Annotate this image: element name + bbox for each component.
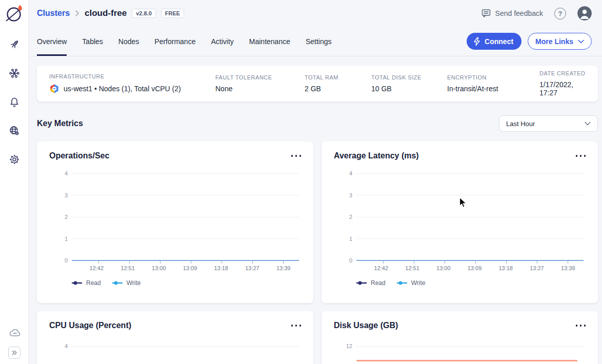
y-tick: 4 — [49, 343, 68, 349]
chevron-down-icon — [578, 39, 584, 44]
chart-title: Disk Usage (GB) — [334, 320, 398, 331]
y-tick: 0 — [49, 257, 68, 264]
total-disk-value: 10 GB — [371, 85, 447, 93]
latency-plot: 4 3 2 1 0 — [334, 173, 586, 260]
disk-plot: 12 — [334, 346, 586, 364]
chart-title: CPU Usage (Percent) — [49, 320, 131, 331]
chart-menu-button[interactable] — [291, 320, 302, 327]
gear-icon[interactable] — [8, 153, 21, 166]
overview-content: INFRASTRUCTURE us-west1 • Nodes (1), Tot… — [29, 56, 602, 364]
legend-read[interactable]: Read — [356, 279, 386, 287]
tab-performance[interactable]: Performance — [154, 27, 195, 56]
infrastructure-column: INFRASTRUCTURE us-west1 • Nodes (1), Tot… — [49, 73, 215, 94]
legend-read[interactable]: Read — [72, 279, 101, 287]
tab-settings[interactable]: Settings — [306, 27, 332, 56]
encryption-column: ENCRYPTION In-transit/At-rest — [447, 74, 539, 93]
legend-write[interactable]: Write — [112, 279, 141, 287]
disk-usage-chart-card: Disk Usage (GB) 12 — [322, 311, 598, 364]
date-created-label: DATE CREATED — [539, 70, 586, 76]
fault-tolerance-value: None — [215, 85, 305, 93]
chart-title: Operations/Sec — [49, 151, 109, 161]
help-icon[interactable]: ? — [554, 8, 566, 19]
chart-menu-button[interactable] — [576, 151, 586, 157]
sidebar — [0, 0, 29, 364]
gcp-logo-icon — [49, 84, 59, 94]
cluster-summary-card: INFRASTRUCTURE us-west1 • Nodes (1), Tot… — [37, 66, 598, 102]
date-created-value: 1/17/2022, 17:27 — [539, 80, 586, 97]
tab-activity[interactable]: Activity — [211, 27, 233, 56]
date-created-column: DATE CREATED 1/17/2022, 17:27 — [539, 70, 586, 97]
plan-badge: FREE — [161, 9, 184, 18]
topbar-actions: Send feedback ? — [481, 6, 592, 21]
infrastructure-value: us-west1 • Nodes (1), Total vCPU (2) — [64, 85, 181, 93]
x-axis-ticks — [83, 261, 299, 264]
sidebar-footer — [8, 326, 21, 364]
y-tick: 1 — [49, 236, 68, 242]
y-tick: 4 — [49, 170, 68, 176]
cloud-icon[interactable] — [8, 326, 21, 338]
operations-plot: 4 3 2 1 0 — [49, 173, 301, 260]
disk-capacity-line — [356, 360, 577, 361]
y-tick: 1 — [334, 236, 352, 242]
y-tick: 4 — [334, 170, 352, 176]
chevron-down-icon — [585, 122, 591, 126]
chart-title: Average Latency (ms) — [334, 151, 419, 161]
connect-button[interactable]: Connect — [467, 33, 521, 50]
bell-icon[interactable] — [8, 96, 21, 108]
main-area: Clusters cloud-free v2.8.0 FREE Send fee… — [29, 0, 602, 364]
cockroach-planet-logo-icon[interactable] — [4, 4, 25, 24]
legend-write[interactable]: Write — [397, 279, 426, 287]
chart-menu-button[interactable] — [291, 151, 302, 157]
cluster-tab-bar: Overview Tables Nodes Performance Activi… — [29, 27, 602, 56]
infrastructure-label: INFRASTRUCTURE — [49, 73, 215, 79]
charts-grid: Operations/Sec 4 3 2 1 0 12:4212:5113:00… — [37, 141, 598, 364]
y-tick: 12 — [334, 343, 352, 349]
more-links-label: More Links — [535, 37, 573, 46]
chart-menu-button[interactable] — [576, 320, 586, 327]
total-ram-label: TOTAL RAM — [305, 74, 371, 80]
key-metrics-title: Key Metrics — [37, 119, 83, 128]
top-bar: Clusters cloud-free v2.8.0 FREE Send fee… — [29, 0, 602, 27]
average-latency-chart-card: Average Latency (ms) 4 3 2 1 0 12:4212:5… — [322, 141, 598, 303]
cpu-plot: 4 — [49, 346, 301, 364]
y-tick: 2 — [49, 214, 68, 220]
y-tick: 3 — [49, 192, 68, 198]
total-ram-value: 2 GB — [305, 85, 371, 93]
tab-actions: Connect More Links — [467, 27, 592, 56]
version-badge: v2.8.0 — [132, 9, 156, 18]
send-feedback-button[interactable]: Send feedback — [481, 8, 543, 18]
tab-nodes[interactable]: Nodes — [118, 27, 139, 56]
chart-legend: Read Write — [49, 279, 301, 287]
user-avatar[interactable] — [577, 6, 592, 21]
cluster-network-icon[interactable] — [8, 67, 21, 79]
globe-gear-icon[interactable] — [8, 125, 21, 137]
encryption-value: In-transit/At-rest — [447, 85, 539, 93]
lightning-bolt-icon — [473, 37, 481, 46]
total-disk-label: TOTAL DISK SIZE — [371, 74, 447, 80]
rocket-icon[interactable] — [8, 38, 21, 51]
connect-label: Connect — [485, 37, 513, 46]
tab-maintenance[interactable]: Maintenance — [249, 27, 290, 56]
more-links-button[interactable]: More Links — [528, 33, 592, 50]
x-axis-ticks — [368, 261, 584, 264]
breadcrumb-separator-icon — [75, 10, 79, 17]
time-range-select[interactable]: Last Hour — [499, 115, 598, 132]
total-disk-column: TOTAL DISK SIZE 10 GB — [371, 74, 447, 93]
key-metrics-row: Key Metrics Last Hour — [37, 115, 598, 132]
breadcrumb-clusters-link[interactable]: Clusters — [37, 9, 70, 18]
time-range-value: Last Hour — [506, 120, 535, 128]
cluster-name: cloud-free — [85, 8, 127, 18]
y-tick: 2 — [334, 214, 352, 220]
x-axis-labels: 12:4212:5113:0013:0913:1813:2713:39 — [366, 265, 584, 271]
chart-legend: Read Write — [334, 279, 586, 287]
encryption-label: ENCRYPTION — [447, 74, 539, 80]
chat-bubble-icon — [481, 8, 491, 18]
fault-tolerance-label: FAULT TOLERANCE — [215, 74, 305, 80]
expand-sidebar-button[interactable] — [8, 347, 21, 359]
sidebar-nav — [8, 38, 21, 166]
tab-overview[interactable]: Overview — [37, 27, 67, 56]
operations-per-sec-chart-card: Operations/Sec 4 3 2 1 0 12:4212:5113:00… — [37, 141, 313, 303]
send-feedback-label: Send feedback — [495, 9, 543, 17]
y-tick: 0 — [334, 257, 352, 264]
tab-tables[interactable]: Tables — [82, 27, 103, 56]
